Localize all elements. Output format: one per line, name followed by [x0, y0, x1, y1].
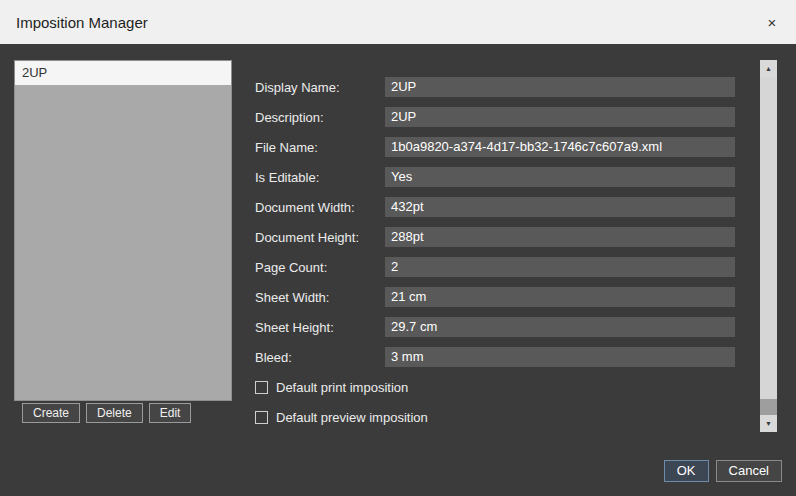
field-row-page-count: Page Count: 2: [255, 252, 735, 282]
field-row-document-width: Document Width: 432pt: [255, 192, 735, 222]
field-value-bleed: 3 mm: [385, 347, 735, 367]
field-row-sheet-height: Sheet Height: 29.7 cm: [255, 312, 735, 342]
imposition-list[interactable]: 2UP: [14, 60, 232, 401]
default-print-checkbox[interactable]: [255, 381, 268, 394]
titlebar: Imposition Manager ×: [0, 0, 796, 44]
field-label: Is Editable:: [255, 170, 385, 185]
field-value-page-count: 2: [385, 257, 735, 277]
field-label: Sheet Height:: [255, 320, 385, 335]
field-row-sheet-width: Sheet Width: 21 cm: [255, 282, 735, 312]
field-row-document-height: Document Height: 288pt: [255, 222, 735, 252]
default-preview-row: Default preview imposition: [255, 402, 735, 432]
scrollbar-thumb[interactable]: [760, 77, 777, 399]
field-label: Sheet Width:: [255, 290, 385, 305]
field-value-is-editable: Yes: [385, 167, 735, 187]
field-value-sheet-width: 21 cm: [385, 287, 735, 307]
ok-button[interactable]: OK: [664, 460, 709, 482]
delete-button[interactable]: Delete: [86, 403, 143, 423]
close-icon[interactable]: ×: [764, 15, 780, 30]
default-print-row: Default print imposition: [255, 372, 735, 402]
field-label: Description:: [255, 110, 385, 125]
field-row-file-name: File Name: 1b0a9820-a374-4d17-bb32-1746c…: [255, 132, 735, 162]
field-value-file-name: 1b0a9820-a374-4d17-bb32-1746c7c607a9.xml: [385, 137, 735, 157]
field-row-display-name: Display Name: 2UP: [255, 72, 735, 102]
scroll-down-button[interactable]: ▼: [760, 415, 777, 432]
details-form: Display Name: 2UP Description: 2UP File …: [255, 72, 735, 432]
vertical-scrollbar[interactable]: ▲ ▼: [760, 60, 777, 432]
create-button[interactable]: Create: [22, 403, 80, 423]
dialog-title: Imposition Manager: [16, 14, 148, 31]
field-row-description: Description: 2UP: [255, 102, 735, 132]
field-value-sheet-height: 29.7 cm: [385, 317, 735, 337]
field-value-document-height: 288pt: [385, 227, 735, 247]
footer-button-row: OK Cancel: [664, 460, 782, 482]
field-row-is-editable: Is Editable: Yes: [255, 162, 735, 192]
list-item-selected[interactable]: 2UP: [15, 61, 231, 85]
scroll-up-button[interactable]: ▲: [760, 60, 777, 77]
edit-button[interactable]: Edit: [149, 403, 192, 423]
field-value-document-width: 432pt: [385, 197, 735, 217]
field-value-display-name: 2UP: [385, 77, 735, 97]
cancel-button[interactable]: Cancel: [716, 460, 782, 482]
field-label: Document Width:: [255, 200, 385, 215]
field-label: Page Count:: [255, 260, 385, 275]
field-label: File Name:: [255, 140, 385, 155]
scroll-up-arrow-icon: ▲: [765, 65, 772, 72]
imposition-manager-dialog: Imposition Manager × 2UP Create Delete E…: [0, 0, 796, 496]
field-row-bleed: Bleed: 3 mm: [255, 342, 735, 372]
field-label: Bleed:: [255, 350, 385, 365]
default-print-label: Default print imposition: [276, 380, 408, 395]
field-label: Document Height:: [255, 230, 385, 245]
field-label: Display Name:: [255, 80, 385, 95]
default-preview-checkbox[interactable]: [255, 411, 268, 424]
list-button-row: Create Delete Edit: [22, 403, 191, 423]
scroll-down-arrow-icon: ▼: [765, 420, 772, 427]
field-value-description: 2UP: [385, 107, 735, 127]
default-preview-label: Default preview imposition: [276, 410, 428, 425]
